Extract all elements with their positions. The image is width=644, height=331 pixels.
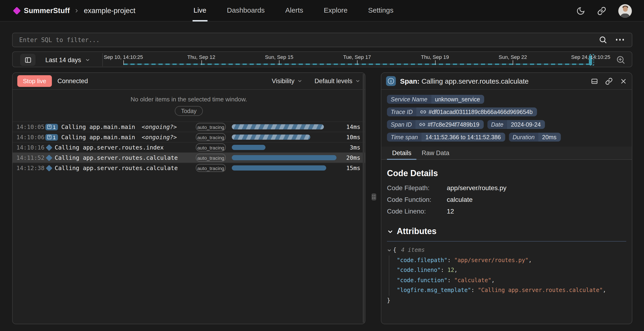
empty-window-message: No older items in the selected time wind… (12, 96, 365, 103)
rows-layout-icon[interactable] (591, 77, 598, 85)
collapsed-count-badge-icon[interactable]: +1 (45, 124, 58, 130)
badge-row: Trace ID#df01acad0311189c8b66a466d969654… (387, 108, 626, 116)
code-detail-row: Code Function:calculate (387, 196, 626, 203)
ongoing-marker: <ongoing?> (142, 123, 177, 130)
badge-date: Date2024-09-24 (487, 120, 545, 129)
log-message: Calling app.server.routes.index (55, 144, 164, 151)
live-panel-scrollbar[interactable] (363, 74, 364, 323)
log-row[interactable]: 14:10:16Calling app.server.routes.indexa… (12, 142, 365, 152)
visibility-dropdown-label: Visibility (272, 78, 294, 84)
log-row[interactable]: 14:10:06+1Calling app.main.main<ongoing?… (12, 132, 365, 142)
live-header-dropdowns: Visibility Default levels (272, 78, 360, 84)
project-name[interactable]: example-project (84, 6, 136, 15)
timeline-tick-label: Tue, Sep 17 (343, 54, 371, 60)
duration-bar-track (232, 134, 336, 140)
log-tag: auto_tracing (196, 133, 226, 141)
nav-tab-alerts[interactable]: Alerts (284, 0, 304, 22)
panel-left-icon (24, 56, 32, 63)
panel-resize-handle[interactable] (372, 194, 376, 200)
attributes-heading: Attributes (397, 226, 436, 236)
timeline-tick-label: Sun, Sep 22 (499, 54, 527, 60)
detail-tabs: DetailsRaw Data (381, 147, 632, 160)
timeline-tick-label: Thu, Sep 12 (187, 54, 215, 60)
share-link-icon[interactable] (597, 6, 606, 15)
code-details-rows: Code Filepath:app/server/routes.pyCode F… (387, 184, 626, 215)
json-close-brace: } (387, 296, 626, 306)
chevron-down-icon (355, 78, 360, 84)
close-icon[interactable] (620, 77, 627, 85)
duration-bar (232, 166, 326, 170)
json-items-count: 4 items (401, 245, 424, 255)
timeline-tick-label: Sun, Sep 15 (265, 54, 293, 60)
span-diamond-icon (46, 165, 52, 171)
sql-filter-input[interactable] (12, 33, 632, 47)
span-diamond-icon (46, 154, 52, 161)
badge-trace-id[interactable]: Trace ID#df01acad0311189c8b66a466d969654… (387, 108, 537, 116)
dark-mode-moon-icon[interactable] (576, 6, 585, 15)
chevron-down-icon (85, 57, 90, 62)
chevron-down-icon (297, 78, 302, 84)
detail-tab-details[interactable]: Details (387, 147, 417, 160)
json-entry: "code.function": "calculate", (397, 276, 626, 286)
log-row[interactable]: 14:12:38Calling app.server.routes.calcul… (12, 162, 365, 173)
log-row[interactable]: 14:11:52Calling app.server.routes.calcul… (12, 152, 365, 162)
time-range-dropdown[interactable]: Last 14 days (45, 52, 90, 68)
zoom-in-icon[interactable] (616, 55, 625, 64)
chevron-down-icon (387, 228, 394, 235)
code-detail-label: Code Function: (387, 196, 447, 203)
json-collapse-caret-icon[interactable] (387, 248, 392, 253)
span-title: Span: Calling app.server.routes.calculat… (400, 77, 528, 85)
badge-label: Date (487, 120, 507, 129)
timeline-tick-mark (513, 60, 514, 65)
span-title-text: Calling app.server.routes.calculate (422, 77, 529, 85)
search-icon[interactable] (599, 36, 607, 44)
stop-live-button[interactable]: Stop live (17, 75, 52, 87)
timeline-tick-mark (124, 60, 124, 65)
nav-tab-dashboards[interactable]: Dashboards (226, 0, 266, 22)
live-panel: Stop live Connected Visibility Default l… (12, 72, 366, 324)
avatar[interactable] (618, 4, 632, 18)
brand-name[interactable]: SummerStuff (24, 6, 70, 15)
connection-status: Connected (58, 78, 88, 84)
duration-value: 20ms (341, 154, 360, 161)
info-icon: i (386, 76, 396, 86)
duration-bar-track (232, 124, 336, 130)
badge-value: #df01acad0311189c8b66a466d969654b (416, 108, 537, 116)
nav-tab-live[interactable]: Live (192, 0, 207, 22)
timeline-tick-mark (279, 60, 280, 65)
visibility-dropdown[interactable]: Visibility (272, 78, 302, 84)
avatar-body (620, 13, 630, 18)
code-detail-label: Code Lineno: (387, 208, 447, 215)
duration-bar (232, 155, 336, 160)
json-entry: "code.lineno": 12, (397, 265, 626, 276)
detail-tab-raw-data[interactable]: Raw Data (417, 147, 455, 160)
breadcrumb[interactable]: SummerStuff example-project (14, 0, 135, 22)
log-tag: auto_tracing (196, 164, 226, 172)
log-message: Calling app.main.main (61, 134, 135, 140)
default-levels-dropdown[interactable]: Default levels (314, 78, 360, 84)
child-count: 1 (53, 134, 56, 140)
sidebar-toggle-button[interactable] (20, 54, 36, 66)
attributes-json-viewer: { 4 items "code.filepath": "app/server/r… (387, 245, 626, 306)
badge-value: 14:11:52.366 to 14:11:52.386 (422, 133, 505, 142)
badge-link-icon[interactable] (420, 109, 426, 115)
duration-value: 10ms (341, 134, 360, 140)
collapsed-count-badge-icon[interactable]: +1 (45, 134, 58, 140)
badge-value: 2024-09-24 (507, 120, 545, 129)
copy-link-icon[interactable] (605, 77, 613, 85)
today-button[interactable]: Today (175, 106, 203, 116)
nav-tab-explore[interactable]: Explore (323, 0, 349, 22)
badge-span-id[interactable]: Span ID#f7c8e294f7489b19 (387, 120, 484, 129)
timeline-track[interactable]: Sep 10, 14:10:25Thu, Sep 12Sun, Sep 15Tu… (124, 53, 591, 66)
log-rows: 14:10:05+1Calling app.main.main<ongoing?… (12, 122, 365, 173)
log-row[interactable]: 14:10:05+1Calling app.main.main<ongoing?… (12, 122, 365, 132)
badge-label: Duration (509, 133, 538, 142)
badge-row: Time span14:11:52.366 to 14:11:52.386Dur… (387, 133, 626, 142)
nav-tab-settings[interactable]: Settings (367, 0, 394, 22)
more-options-icon[interactable] (616, 39, 624, 40)
attributes-divider (387, 241, 626, 242)
badge-link-icon[interactable] (419, 122, 425, 128)
chevron-right-icon (74, 8, 80, 14)
attributes-section-toggle[interactable]: Attributes (387, 226, 626, 236)
log-message: Calling app.server.routes.calculate (55, 154, 178, 161)
